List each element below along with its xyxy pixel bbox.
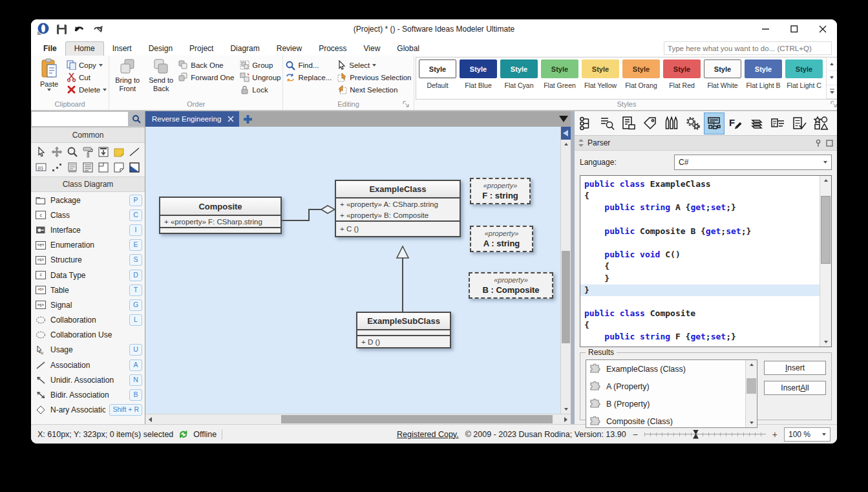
polyline-tool-icon[interactable] — [49, 160, 65, 175]
panel-collapse-button[interactable] — [561, 127, 571, 140]
style-swatch[interactable]: Style — [745, 59, 782, 78]
menu-tab-home[interactable]: Home — [65, 41, 104, 56]
toolbox-section-common[interactable]: Common — [31, 127, 145, 143]
code-scroll-down-icon[interactable] — [820, 337, 831, 347]
styles-dialog-launcher-icon[interactable] — [830, 100, 837, 109]
scroll-down-icon[interactable] — [561, 405, 571, 414]
toolbox-item-class[interactable]: cClassC — [31, 208, 145, 222]
toolbox-item-collaboration-use[interactable]: Collaboration Use — [31, 328, 145, 343]
cursor-tool-icon[interactable] — [34, 145, 49, 159]
shapes-panel-icon[interactable] — [810, 112, 831, 134]
style-swatch[interactable]: Style — [622, 59, 660, 78]
menu-tab-process[interactable]: Process — [310, 42, 355, 56]
code-line[interactable]: { — [584, 190, 820, 202]
close-button[interactable] — [809, 19, 837, 39]
registered-copy-link[interactable]: Registered Copy. — [397, 430, 459, 439]
gears-panel-icon[interactable] — [683, 112, 703, 134]
line-tool-icon[interactable] — [127, 145, 142, 159]
minimize-button[interactable] — [752, 19, 780, 39]
toolbox-item-bidir[interactable]: Bidir. AssociationB — [31, 387, 145, 402]
style-item-flat-light-b[interactable]: StyleFlat Light B — [743, 59, 784, 99]
back-one-button[interactable]: Back One — [178, 59, 234, 71]
code-line[interactable]: } — [584, 273, 820, 284]
insert-bar-tool-icon[interactable] — [96, 145, 111, 159]
text-lines-tool-icon[interactable] — [80, 160, 96, 175]
style-item-flat-blue[interactable]: StyleFlat Blue — [458, 59, 499, 99]
insert-button[interactable]: Insert — [764, 361, 826, 375]
code-line[interactable]: public class ExampleClass — [584, 178, 820, 190]
code-scrollbar[interactable] — [820, 176, 831, 347]
command-search-input[interactable] — [664, 41, 832, 55]
select-button[interactable]: Select — [337, 59, 411, 71]
toolbox-item-table[interactable]: «t»TableT — [31, 283, 145, 297]
code-line[interactable]: public void C() — [584, 249, 820, 261]
code-editor[interactable]: public class ExampleClass{ public string… — [580, 176, 820, 347]
next-selection-button[interactable]: Next Selection — [337, 83, 411, 96]
style-swatch[interactable]: Style — [785, 59, 823, 78]
replace-button[interactable]: Replace... — [285, 71, 332, 83]
canvas-vertical-scrollbar[interactable] — [560, 127, 571, 414]
relations-panel-icon[interactable] — [768, 112, 789, 134]
menu-tab-diagram[interactable]: Diagram — [222, 42, 268, 56]
frame-tool-icon[interactable] — [96, 160, 111, 175]
sync-status-icon[interactable] — [178, 429, 188, 439]
toolbox-item-package[interactable]: PackageP — [31, 193, 145, 208]
forward-one-button[interactable]: Forward One — [178, 71, 234, 83]
class-composite[interactable]: Composite + «property» F: CSharp.string — [159, 197, 282, 234]
insert-all-button[interactable]: Insert All — [764, 381, 826, 395]
scroll-left-icon[interactable] — [145, 414, 155, 424]
code-line[interactable]: public class Composite — [584, 308, 820, 319]
maximize-button[interactable] — [780, 19, 809, 39]
parser-panel-icon[interactable] — [704, 112, 725, 134]
style-item-flat-light-c[interactable]: StyleFlat Light C — [784, 59, 825, 99]
stamp-tool-icon[interactable] — [65, 160, 80, 175]
style-item-flat-cyan[interactable]: StyleFlat Cyan — [499, 59, 540, 99]
save-icon[interactable] — [54, 22, 69, 36]
menu-tab-design[interactable]: Design — [140, 42, 181, 56]
menu-tab-view[interactable]: View — [355, 42, 389, 56]
sticky-note-tool-icon[interactable] — [111, 145, 127, 159]
results-list[interactable]: ExampleClass (Class)A (Property)B (Prope… — [586, 359, 757, 428]
toolbox-item-enumeration[interactable]: «e»EnumerationE — [31, 238, 145, 253]
style-swatch[interactable]: Style — [500, 59, 538, 78]
code-line[interactable]: { — [584, 319, 820, 331]
more-panel-icon[interactable] — [832, 112, 837, 134]
style-swatch[interactable]: Style — [582, 59, 619, 78]
style-swatch[interactable]: Style — [460, 59, 497, 78]
note-property-b[interactable]: «property» B : Composite — [469, 272, 553, 299]
zoom-tool-icon[interactable] — [65, 145, 80, 159]
move-tool-icon[interactable] — [49, 145, 65, 159]
toolbox-item-unidir[interactable]: Unidir. AssociationN — [31, 372, 145, 387]
result-item[interactable]: B (Property) — [586, 395, 745, 412]
copy-button[interactable]: Copy — [67, 59, 107, 71]
previous-selection-button[interactable]: Previous Selection — [337, 71, 411, 83]
results-scroll-down-icon[interactable] — [746, 418, 757, 427]
document-panel-icon[interactable] — [619, 112, 639, 134]
redo-icon[interactable] — [90, 22, 105, 36]
code-line[interactable] — [584, 296, 820, 308]
toolbox-item-interface[interactable]: InterfaceI — [31, 222, 145, 237]
pin-icon[interactable] — [814, 139, 822, 147]
layers-panel-icon[interactable] — [746, 112, 767, 134]
menu-tab-global[interactable]: Global — [388, 42, 428, 56]
code-scroll-thumb[interactable] — [821, 196, 831, 264]
styles-gallery-expand-button[interactable] — [827, 85, 837, 99]
lock-button[interactable]: Lock — [240, 83, 281, 96]
undo-icon[interactable] — [72, 22, 87, 36]
code-line[interactable]: { — [584, 261, 820, 272]
menu-tab-file[interactable]: File — [35, 42, 65, 56]
styles-scroll-up-button[interactable] — [827, 58, 837, 71]
new-tab-button[interactable] — [239, 111, 256, 127]
code-line[interactable] — [584, 237, 820, 249]
style-item-flat-green[interactable]: StyleFlat Green — [540, 59, 580, 99]
toolbox-item-signal[interactable]: «s»SignalG — [31, 297, 145, 312]
scroll-up-icon[interactable] — [561, 140, 571, 149]
result-item[interactable]: ExampleClass (Class) — [586, 360, 745, 378]
zoom-slider[interactable] — [644, 431, 766, 438]
toolbox-item-structure[interactable]: «s»StructureS — [31, 253, 145, 268]
style-item-default[interactable]: StyleDefault — [418, 59, 458, 99]
menu-tab-review[interactable]: Review — [268, 42, 310, 56]
style-swatch[interactable]: Style — [419, 59, 456, 78]
hscroll-thumb[interactable] — [281, 415, 553, 423]
toolbox-search-icon[interactable] — [128, 111, 145, 127]
